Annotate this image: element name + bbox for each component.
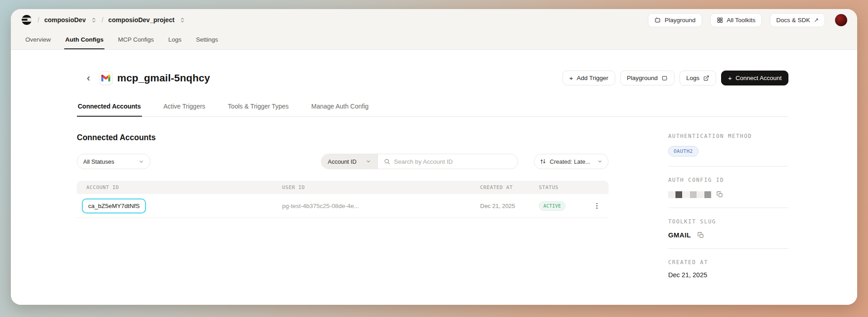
redacted-block — [668, 191, 675, 198]
all-toolkits-button[interactable]: All Toolkits — [710, 13, 762, 27]
tab-logs[interactable]: Logs — [167, 33, 182, 49]
redacted-block — [683, 191, 689, 198]
project-switcher-icon[interactable] — [179, 17, 185, 23]
section-heading: Connected Accounts — [77, 133, 609, 142]
subtab-active-triggers[interactable]: Active Triggers — [163, 103, 207, 116]
logs-label: Logs — [686, 75, 699, 81]
project-nav-tabs: Overview Auth Configs MCP Configs Logs S… — [21, 31, 847, 49]
main-content: ‹ mcp_gmail-5nqhcy + Add Trigger Playgro… — [11, 50, 857, 305]
auth-config-sub-tabs: Connected Accounts Active Triggers Tools… — [77, 103, 788, 117]
redacted-block — [704, 191, 711, 198]
breadcrumb-separator: / — [101, 16, 104, 24]
divider — [668, 248, 788, 249]
connected-accounts-section: Connected Accounts All Statuses Account … — [77, 117, 609, 218]
auth-method-badge: OAUTH2 — [668, 146, 698, 156]
subtab-connected-accounts[interactable]: Connected Accounts — [77, 103, 142, 116]
back-button[interactable]: ‹ — [84, 73, 93, 83]
created-at-value: Dec 21, 2025 — [668, 271, 788, 279]
plus-icon: + — [728, 75, 732, 81]
created-at-label: CREATED AT — [668, 259, 788, 265]
app-window: / composioDev / composioDev_project Play… — [11, 9, 857, 305]
table-header: ACCOUNT ID USER ID CREATED AT STATUS — [77, 181, 609, 194]
search-icon — [384, 158, 390, 165]
playground-label: Playground — [627, 75, 658, 81]
chevron-down-icon — [366, 159, 371, 164]
subtab-tools-trigger-types[interactable]: Tools & Trigger Types — [227, 103, 289, 116]
window-header: / composioDev / composioDev_project Play… — [11, 9, 857, 50]
column-user-id: USER ID — [282, 185, 480, 190]
user-avatar[interactable] — [835, 14, 847, 26]
kebab-menu-icon[interactable]: ⋮ — [594, 202, 600, 210]
search-field-value: Account ID — [328, 158, 357, 165]
redacted-block — [675, 191, 682, 198]
playground-button[interactable]: Playground — [620, 71, 675, 85]
sort-dropdown[interactable]: Created: Late... — [534, 154, 609, 169]
project-name[interactable]: composioDev_project — [108, 16, 175, 24]
divider — [668, 166, 788, 166]
connect-account-button[interactable]: + Connect Account — [721, 71, 788, 85]
add-trigger-button[interactable]: + Add Trigger — [562, 71, 615, 85]
plus-icon: + — [569, 75, 573, 81]
search-control: Account ID — [321, 154, 518, 169]
column-created-at: CREATED AT — [480, 185, 539, 190]
page-header: ‹ mcp_gmail-5nqhcy + Add Trigger Playgro… — [77, 71, 788, 85]
search-input[interactable] — [394, 158, 512, 165]
table-row[interactable]: ca_bZ5eMY7dtNfS pg-test-4b375c25-08de-4e… — [77, 194, 609, 218]
status-badge: ACTIVE — [539, 201, 566, 211]
status-filter-value: All Statuses — [83, 158, 114, 165]
connected-accounts-table: ACCOUNT ID USER ID CREATED AT STATUS ca_… — [77, 181, 609, 218]
user-id-value: pg-test-4b375c25-08de-4e... — [282, 203, 480, 209]
redacted-block — [697, 191, 704, 198]
playground-top-label: Playground — [665, 17, 695, 24]
playground-open-icon — [661, 75, 668, 81]
chat-bot-icon — [654, 17, 661, 24]
org-switcher-icon[interactable] — [91, 17, 97, 23]
grid-icon — [717, 17, 723, 24]
row-menu-cell: ⋮ — [593, 202, 609, 210]
logs-button[interactable]: Logs — [679, 71, 716, 85]
composio-logo-icon[interactable] — [21, 14, 33, 26]
auth-config-id-label: AUTH CONFIG ID — [668, 177, 788, 183]
filter-row: All Statuses Account ID — [77, 154, 609, 169]
column-account-id: ACCOUNT ID — [77, 185, 282, 190]
tab-settings[interactable]: Settings — [195, 33, 219, 49]
toolkit-slug-value: GMAIL — [668, 231, 691, 239]
subtab-manage-auth-config[interactable]: Manage Auth Config — [310, 103, 369, 116]
status-filter-dropdown[interactable]: All Statuses — [77, 154, 151, 169]
breadcrumb-separator: / — [37, 16, 40, 24]
tab-auth-configs[interactable]: Auth Configs — [64, 33, 104, 49]
column-status: STATUS — [539, 185, 593, 190]
tab-mcp-configs[interactable]: MCP Configs — [117, 33, 155, 49]
copy-icon[interactable] — [716, 191, 723, 198]
playground-top-button[interactable]: Playground — [648, 13, 702, 27]
auth-method-label: AUTHENTICATION METHOD — [668, 133, 788, 139]
toolkit-slug-row: GMAIL — [668, 231, 788, 239]
account-id-value[interactable]: ca_bZ5eMY7dtNfS — [82, 199, 146, 213]
chevron-down-icon — [138, 159, 144, 165]
sort-arrows-icon — [540, 158, 546, 165]
auth-config-id-redacted — [668, 191, 788, 198]
connect-account-label: Connect Account — [736, 75, 782, 81]
org-name[interactable]: composioDev — [44, 16, 86, 24]
gmail-icon — [99, 71, 113, 85]
account-id-cell: ca_bZ5eMY7dtNfS — [77, 199, 282, 213]
search-field-dropdown[interactable]: Account ID — [321, 154, 378, 169]
content-row: Connected Accounts All Statuses Account … — [77, 117, 788, 279]
add-trigger-label: Add Trigger — [577, 75, 609, 81]
external-arrow-icon: ↗ — [814, 17, 819, 24]
copy-icon[interactable] — [697, 232, 704, 239]
external-link-icon — [703, 75, 709, 81]
details-sidebar: AUTHENTICATION METHOD OAUTH2 AUTH CONFIG… — [668, 117, 788, 279]
toolkit-slug-label: TOOLKIT SLUG — [668, 218, 788, 225]
chevron-down-icon — [597, 159, 603, 164]
sort-value: Created: Late... — [550, 158, 594, 165]
redacted-block — [690, 191, 697, 198]
docs-sdk-button[interactable]: Docs & SDK ↗ — [770, 13, 825, 27]
page-actions: + Add Trigger Playground Logs + — [557, 71, 788, 85]
breadcrumb: / composioDev / composioDev_project Play… — [21, 9, 847, 31]
all-toolkits-label: All Toolkits — [727, 17, 756, 24]
tab-overview[interactable]: Overview — [24, 33, 52, 49]
search-box — [378, 154, 518, 169]
status-cell: ACTIVE — [539, 201, 593, 211]
docs-sdk-label: Docs & SDK — [776, 17, 810, 24]
